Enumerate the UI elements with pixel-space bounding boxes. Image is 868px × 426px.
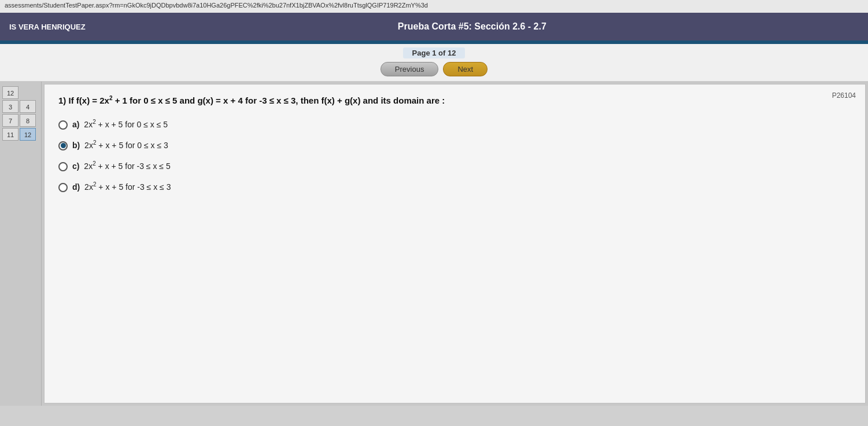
option-b-content: 2x2 + x + 5 for 0 ≤ x ≤ 3 [84,141,168,150]
page-info-bar: Page 1 of 12 Previous Next [0,44,868,82]
page-info-text: Page 1 of 12 [403,47,466,58]
exam-title: Prueba Corta #5: Sección 2.6 - 2.7 [86,21,859,32]
radio-b[interactable] [58,141,68,150]
header: IS VERA HENRIQUEZ Prueba Corta #5: Secci… [0,13,868,41]
previous-button[interactable]: Previous [381,62,439,76]
sidebar-item-12[interactable]: 12 [2,86,19,99]
option-a-text: a) 2x2 + x + 5 for 0 ≤ x ≤ 5 [72,119,168,130]
question-badge: P26104 [832,91,856,100]
option-b-label: b) [72,141,80,150]
option-a-content: 2x2 + x + 5 for 0 ≤ x ≤ 5 [84,120,168,129]
sidebar-row-3-4: 3 4 [2,100,39,113]
url-bar: assessments/StudentTestPaper.aspx?rm=nGk… [0,0,868,13]
question-body: If f(x) = 2x2 + 1 for 0 ≤ x ≤ 5 and g(x)… [69,96,445,105]
question-text: 1) If f(x) = 2x2 + 1 for 0 ≤ x ≤ 5 and g… [58,94,851,108]
question-number: 1) [58,96,66,105]
sidebar-item-12-active[interactable]: 12 [20,128,36,141]
next-button[interactable]: Next [443,62,487,76]
option-c-text: c) 2x2 + x + 5 for -3 ≤ x ≤ 5 [72,161,171,171]
sidebar-row-11-12: 11 12 [2,128,39,141]
main-area: 12 3 4 7 8 11 12 P26104 1) If f(x) = 2x2… [0,82,868,406]
nav-buttons: Previous Next [381,62,487,76]
sidebar-item-11[interactable]: 11 [2,128,19,141]
option-b-text: b) 2x2 + x + 5 for 0 ≤ x ≤ 3 [72,140,168,150]
option-d-label: d) [72,182,80,192]
radio-a[interactable] [58,120,68,130]
question-panel: P26104 1) If f(x) = 2x2 + 1 for 0 ≤ x ≤ … [44,84,866,403]
option-d-text: d) 2x2 + x + 5 for -3 ≤ x ≤ 3 [72,182,171,192]
user-name: IS VERA HENRIQUEZ [9,23,86,31]
option-c-label: c) [72,161,79,171]
sidebar-item-4[interactable]: 4 [20,100,36,113]
option-a-label: a) [72,120,79,129]
option-d: d) 2x2 + x + 5 for -3 ≤ x ≤ 3 [58,182,851,192]
option-b: b) 2x2 + x + 5 for 0 ≤ x ≤ 3 [58,140,851,150]
sidebar: 12 3 4 7 8 11 12 [0,82,42,406]
option-a: a) 2x2 + x + 5 for 0 ≤ x ≤ 5 [58,119,851,130]
sidebar-item-8[interactable]: 8 [20,114,36,127]
sidebar-item-3[interactable]: 3 [2,100,19,113]
sidebar-row-7-8: 7 8 [2,114,39,127]
radio-c[interactable] [58,162,68,171]
sidebar-item-7[interactable]: 7 [2,114,19,127]
option-d-content: 2x2 + x + 5 for -3 ≤ x ≤ 3 [84,182,171,192]
option-c: c) 2x2 + x + 5 for -3 ≤ x ≤ 5 [58,161,851,171]
option-c-content: 2x2 + x + 5 for -3 ≤ x ≤ 5 [84,161,170,171]
radio-d[interactable] [58,183,68,192]
